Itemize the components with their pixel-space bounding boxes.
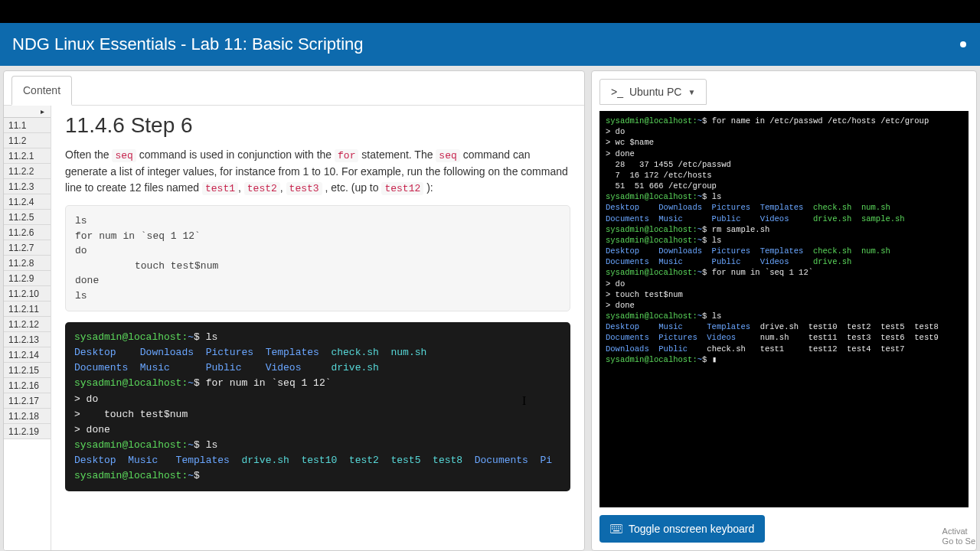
- nav-item[interactable]: 11.1: [4, 118, 51, 133]
- text: statement. The: [358, 148, 436, 161]
- svg-rect-10: [620, 528, 621, 529]
- vm-selector[interactable]: >_ Ubuntu PC ▼: [599, 79, 707, 105]
- nav-item[interactable]: 11.2.10: [4, 286, 51, 302]
- out: > done: [606, 149, 635, 158]
- ls-files: check.sh num.sh: [331, 347, 426, 358]
- text: command is used in conjunction with the: [136, 148, 335, 161]
- step-heading: 11.4.6 Step 6: [65, 113, 570, 138]
- prompt-sym: $: [194, 377, 200, 389]
- prompt-user: sysadmin@localhost:: [606, 225, 697, 234]
- prompt-path: ~: [188, 470, 194, 481]
- svg-rect-6: [612, 528, 612, 529]
- nav-item[interactable]: 11.2.6: [4, 225, 51, 240]
- step-nav[interactable]: ▸ 11.1 11.2 11.2.1 11.2.2 11.2.3 11.2.4 …: [4, 106, 51, 550]
- nav-item[interactable]: 11.2.11: [4, 302, 51, 317]
- text: ):: [423, 181, 433, 194]
- cmd: rm sample.sh: [707, 225, 769, 234]
- out: > touch test$num: [606, 290, 683, 299]
- prompt-user: sysadmin@localhost:: [74, 331, 188, 343]
- keyboard-icon: [610, 523, 622, 534]
- nav-item[interactable]: 11.2.9: [4, 271, 51, 286]
- prompt-user: sysadmin@localhost:: [606, 311, 697, 321]
- svg-rect-1: [612, 527, 612, 527]
- cmd: for name in /etc/passwd /etc/hosts /etc/…: [707, 116, 929, 126]
- prompt-user: sysadmin@localhost:: [606, 192, 697, 201]
- ls-dirs: Desktop Downloads Pictures Templates: [606, 246, 813, 256]
- inline-code-t2: test2: [244, 182, 280, 195]
- nav-item[interactable]: 11.2.8: [4, 256, 51, 271]
- prompt-sym: $: [194, 331, 200, 343]
- nav-item[interactable]: 11.2.18: [4, 409, 51, 424]
- terminal-example: sysadmin@localhost:~$ ls Desktop Downloa…: [65, 322, 570, 491]
- caret-down-icon: ▼: [688, 88, 695, 96]
- svg-rect-7: [614, 528, 615, 529]
- cont: > do: [74, 393, 98, 405]
- ls-dirs: Documents Music Public Videos: [606, 257, 813, 266]
- prompt-user: sysadmin@localhost:: [74, 377, 188, 389]
- inline-code-for: for: [335, 149, 358, 162]
- prompt-user: sysadmin@localhost:: [606, 116, 697, 126]
- nav-item[interactable]: 11.2.5: [4, 210, 51, 225]
- nav-item[interactable]: 11.2.14: [4, 347, 51, 363]
- ls-dirs: Desktop Downloads Pictures Templates: [74, 347, 331, 358]
- prompt-path: ~: [188, 331, 194, 343]
- cont: > done: [74, 424, 110, 435]
- nav-item[interactable]: 11.2.15: [4, 363, 51, 378]
- vm-panel: >_ Ubuntu PC ▼ sysadmin@localhost:~$ for…: [591, 70, 977, 551]
- nav-item[interactable]: 11.2.1: [4, 148, 51, 164]
- ls-files: check.sh test1 test12 test4 test7: [707, 344, 904, 354]
- ls-dirs: Documents Music Public Videos: [74, 362, 331, 373]
- prompt-user: sysadmin@localhost:: [606, 355, 697, 364]
- nav-item[interactable]: 11.2.13: [4, 332, 51, 347]
- nav-item[interactable]: 11.2.7: [4, 240, 51, 256]
- prompt-sym: $: [194, 439, 200, 451]
- terminal-cursor: ▮: [712, 355, 717, 364]
- nav-item[interactable]: 11.2.3: [4, 179, 51, 194]
- text: Often the: [65, 148, 112, 161]
- svg-rect-8: [616, 528, 616, 529]
- nav-item[interactable]: 11.2.2: [4, 164, 51, 179]
- nav-item[interactable]: 11.2: [4, 133, 51, 148]
- windows-activation-watermark: Activat Go to Se: [942, 527, 975, 546]
- nav-expand-button[interactable]: ▸: [4, 106, 51, 118]
- article-body[interactable]: 11.4.6 Step 6 Often the seq command is u…: [51, 106, 584, 550]
- header-indicator-dot: [960, 41, 966, 47]
- inline-code-seq2: seq: [436, 149, 459, 162]
- inline-code-t12: test12: [381, 182, 423, 195]
- ls-dirs: Downloads Public: [606, 344, 707, 354]
- ls-files: num.sh test11 test3 test6 test9: [760, 333, 939, 342]
- nav-item[interactable]: 11.2.17: [4, 393, 51, 409]
- tab-content[interactable]: Content: [11, 76, 72, 106]
- ls-files: drive.sh test10 test2 test5 test8: [760, 322, 939, 331]
- toggle-keyboard-button[interactable]: Toggle onscreen keyboard: [599, 515, 765, 543]
- ls-files: drive.sh sample.sh: [813, 214, 905, 223]
- nav-item[interactable]: 11.2.4: [4, 194, 51, 210]
- prompt-user: sysadmin@localhost:: [74, 470, 188, 481]
- text: , etc. (up to: [322, 181, 382, 194]
- ls-dirs: Documents Music Public Videos: [606, 214, 813, 223]
- lab-header: NDG Linux Essentials - Lab 11: Basic Scr…: [0, 23, 980, 66]
- nav-item[interactable]: 11.2.12: [4, 317, 51, 332]
- ls-files: drive.sh: [813, 257, 851, 266]
- ls-dirs: Documents Pi: [475, 455, 552, 466]
- cmd: for num in `seq 1 12`: [707, 268, 813, 277]
- cmd: ls: [707, 192, 721, 201]
- ls-dirs: Desktop Downloads Pictures Templates: [606, 203, 813, 212]
- inline-code-t3: test3: [286, 182, 322, 195]
- inline-code-seq: seq: [112, 149, 136, 162]
- out: > wc $name: [606, 138, 654, 147]
- svg-rect-11: [613, 530, 619, 531]
- watermark-line: Activat: [942, 527, 975, 536]
- prompt-path: ~: [188, 439, 194, 451]
- lab-title: NDG Linux Essentials - Lab 11: Basic Scr…: [12, 34, 364, 54]
- prompt-sym: $: [194, 470, 200, 481]
- out: > do: [606, 127, 625, 136]
- nav-item[interactable]: 11.2.16: [4, 378, 51, 393]
- terminal-icon: >_: [611, 86, 623, 98]
- button-label: Toggle onscreen keyboard: [629, 523, 754, 535]
- svg-rect-9: [618, 528, 619, 529]
- vm-terminal[interactable]: sysadmin@localhost:~$ for name in /etc/p…: [599, 111, 969, 507]
- nav-item[interactable]: 11.2.19: [4, 424, 51, 439]
- prompt-user: sysadmin@localhost:: [74, 439, 188, 451]
- ls-files: drive.sh: [331, 362, 378, 373]
